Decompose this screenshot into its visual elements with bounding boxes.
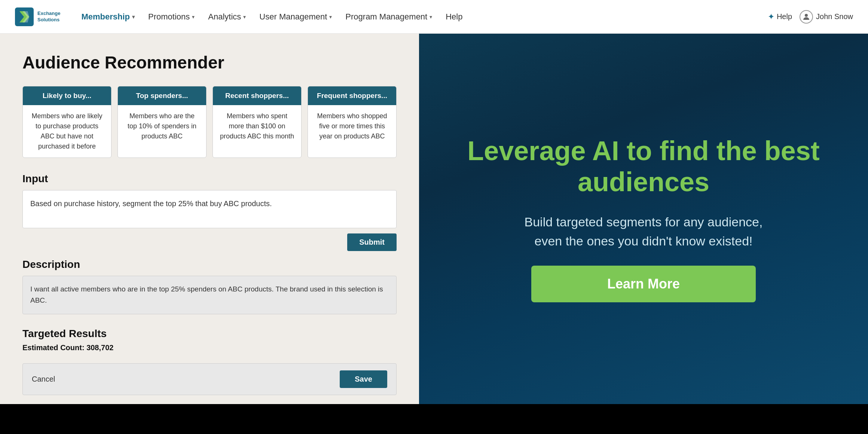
submit-row: Submit: [22, 233, 397, 251]
card-body-frequent: Members who shopped five or more times t…: [308, 105, 396, 147]
nav-links: Membership ▾ Promotions ▾ Analytics ▾ Us…: [75, 9, 767, 25]
description-field[interactable]: I want all active members who are in the…: [22, 276, 397, 314]
card-body-top-spenders: Members who are the top 10% of spenders …: [118, 105, 206, 147]
help-button[interactable]: ✦ Help: [768, 12, 792, 22]
bottom-bar: Cancel Save: [22, 363, 397, 395]
nav-item-help[interactable]: Help: [440, 9, 468, 25]
chevron-down-icon: ▾: [430, 14, 432, 20]
suggestion-card-likely-to-buy[interactable]: Likely to buy... Members who are likely …: [22, 86, 111, 158]
cancel-button[interactable]: Cancel: [32, 375, 55, 383]
promo-heading: Leverage AI to find the best audiences: [449, 135, 838, 198]
nav-item-user-management[interactable]: User Management ▾: [253, 9, 338, 25]
input-label: Input: [22, 173, 397, 185]
suggestion-cards: Likely to buy... Members who are likely …: [22, 86, 397, 158]
bottom-stripe: [0, 404, 868, 434]
user-menu[interactable]: John Snow: [800, 10, 853, 24]
learn-more-button[interactable]: Learn More: [531, 266, 756, 302]
nav-item-membership[interactable]: Membership ▾: [75, 9, 141, 25]
card-header-top-spenders: Top spenders...: [118, 86, 206, 105]
save-button[interactable]: Save: [340, 370, 387, 388]
chevron-down-icon: ▾: [132, 14, 135, 20]
svg-point-3: [805, 14, 808, 17]
star-icon: ✦: [768, 12, 774, 22]
targeted-results-title: Targeted Results: [22, 328, 397, 340]
suggestion-card-top-spenders[interactable]: Top spenders... Members who are the top …: [117, 86, 207, 158]
estimated-count: Estimated Count: 308,702: [22, 343, 397, 352]
suggestion-card-recent-shoppers[interactable]: Recent shoppers... Members who spent mor…: [213, 86, 302, 158]
card-header-likely: Likely to buy...: [23, 86, 111, 105]
logo-icon: [15, 7, 34, 26]
promo-panel: Leverage AI to find the best audiences B…: [419, 34, 868, 404]
suggestion-card-frequent-shoppers[interactable]: Frequent shoppers... Members who shopped…: [308, 86, 397, 158]
chevron-down-icon: ▾: [243, 14, 246, 20]
main-area: Audience Recommender Likely to buy... Me…: [0, 34, 868, 404]
logo[interactable]: Exchange Solutions: [15, 7, 60, 26]
description-label: Description: [22, 259, 397, 271]
content-panel: Audience Recommender Likely to buy... Me…: [0, 34, 419, 404]
card-body-recent: Members who spent more than $100 on prod…: [213, 105, 301, 147]
card-body-likely: Members who are likely to purchase produ…: [23, 105, 111, 158]
logo-text: Exchange Solutions: [37, 10, 60, 23]
chevron-down-icon: ▾: [192, 14, 195, 20]
nav-item-promotions[interactable]: Promotions ▾: [142, 9, 201, 25]
nav-item-program-management[interactable]: Program Management ▾: [339, 9, 438, 25]
page-title: Audience Recommender: [22, 52, 397, 73]
chevron-down-icon: ▾: [329, 14, 332, 20]
card-header-recent: Recent shoppers...: [213, 86, 301, 105]
submit-button[interactable]: Submit: [347, 233, 397, 251]
navbar: Exchange Solutions Membership ▾ Promotio…: [0, 0, 868, 34]
nav-right: ✦ Help John Snow: [768, 10, 853, 24]
user-avatar: [800, 10, 813, 24]
promo-subtext: Build targeted segments for any audience…: [513, 213, 774, 251]
card-header-frequent: Frequent shoppers...: [308, 86, 396, 105]
targeted-results: Targeted Results Estimated Count: 308,70…: [22, 328, 397, 352]
input-field[interactable]: Based on purchase history, segment the t…: [22, 190, 397, 228]
nav-item-analytics[interactable]: Analytics ▾: [202, 9, 252, 25]
